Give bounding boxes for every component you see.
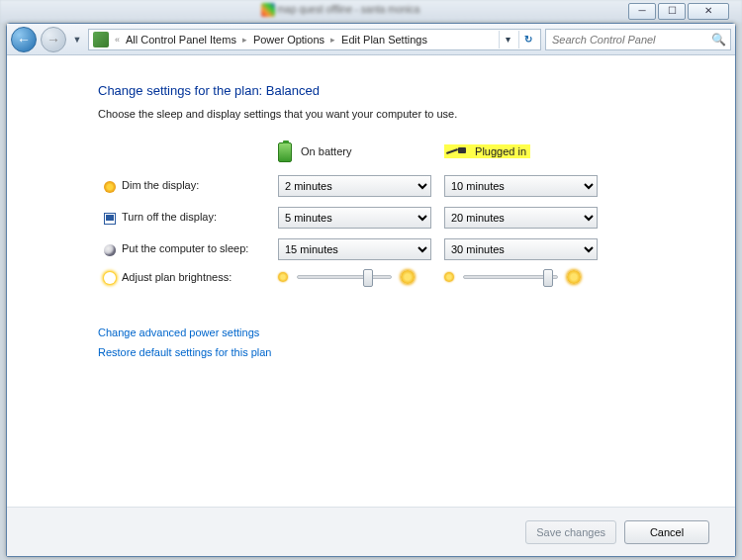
maximize-button[interactable]: ☐	[658, 3, 686, 20]
back-button[interactable]: ←	[11, 27, 37, 52]
link-restore-defaults[interactable]: Restore default settings for this plan	[98, 346, 735, 358]
row-label: Adjust plan brightness:	[122, 271, 232, 283]
content-pane: Change settings for the plan: Balanced C…	[7, 55, 735, 507]
off-battery-combo[interactable]: 5 minutes	[278, 207, 431, 229]
arrow-right-icon: →	[46, 32, 60, 47]
sun-max-icon	[401, 270, 415, 284]
off-plugged-combo[interactable]: 20 minutes	[444, 207, 598, 229]
moon-icon	[104, 244, 116, 256]
display-icon	[104, 213, 116, 225]
address-dropdown-icon[interactable]: ▾	[499, 31, 516, 48]
chevron-right-icon[interactable]: ▸	[328, 35, 337, 45]
footer-bar: Save changes Cancel	[7, 507, 735, 556]
window-caption-buttons: ─ ☐ ✕	[628, 3, 729, 20]
brightness-icon	[104, 272, 116, 284]
refresh-icon[interactable]: ↻	[518, 31, 536, 48]
sleep-plugged-combo[interactable]: 30 minutes	[444, 238, 598, 260]
row-label: Turn off the display:	[122, 211, 217, 223]
explorer-window: ─ ☐ ✕ ← → ▼ « All Control Panel Items ▸ …	[6, 23, 736, 557]
background-tab-favicon	[261, 3, 275, 17]
dim-plugged-combo[interactable]: 10 minutes	[444, 175, 598, 197]
sun-min-icon	[278, 272, 288, 282]
sun-min-icon	[444, 272, 454, 282]
column-header-battery: On battery	[301, 145, 351, 157]
row-dim-display: Dim the display: 2 minutes 10 minutes	[98, 170, 604, 202]
breadcrumb-power-options[interactable]: Power Options	[253, 34, 325, 46]
forward-button[interactable]: →	[41, 27, 66, 52]
search-box[interactable]: 🔍	[545, 29, 731, 50]
breadcrumb-edit-plan[interactable]: Edit Plan Settings	[341, 34, 427, 46]
brightness-plugged-slider[interactable]	[463, 275, 558, 279]
close-button[interactable]: ✕	[688, 3, 729, 20]
dim-icon	[104, 181, 116, 193]
row-brightness: Adjust plan brightness:	[98, 265, 604, 289]
brightness-battery-slider[interactable]	[297, 275, 392, 279]
breadcrumb-overflow-chevron[interactable]: «	[113, 35, 122, 45]
search-input[interactable]	[550, 33, 711, 47]
battery-icon	[278, 142, 292, 162]
chevron-right-icon[interactable]: ▸	[240, 35, 249, 45]
minimize-button[interactable]: ─	[628, 3, 656, 20]
breadcrumb-all-items[interactable]: All Control Panel Items	[126, 34, 236, 46]
column-header-plugged: Plugged in	[475, 145, 526, 157]
cancel-button[interactable]: Cancel	[624, 520, 709, 544]
row-label: Put the computer to sleep:	[122, 242, 248, 254]
dim-battery-combo[interactable]: 2 minutes	[278, 175, 431, 197]
settings-grid: On battery Plugged in Dim the display: 2…	[98, 138, 604, 289]
slider-thumb[interactable]	[363, 269, 373, 287]
row-sleep: Put the computer to sleep: 15 minutes 30…	[98, 233, 604, 265]
arrow-left-icon: ←	[17, 32, 31, 47]
row-label: Dim the display:	[122, 179, 199, 191]
sun-max-icon	[567, 270, 581, 284]
nav-history-dropdown[interactable]: ▼	[70, 27, 84, 52]
navigation-bar: ← → ▼ « All Control Panel Items ▸ Power …	[7, 24, 735, 55]
row-turn-off-display: Turn off the display: 5 minutes 20 minut…	[98, 202, 604, 233]
control-panel-icon	[93, 32, 109, 47]
background-tab-title: map quest offline - santa monica	[277, 4, 419, 15]
plug-icon	[446, 145, 468, 159]
link-advanced-settings[interactable]: Change advanced power settings	[98, 327, 735, 338]
save-button[interactable]: Save changes	[525, 520, 616, 544]
slider-thumb[interactable]	[543, 269, 553, 287]
sleep-battery-combo[interactable]: 15 minutes	[278, 238, 431, 260]
address-bar[interactable]: « All Control Panel Items ▸ Power Option…	[88, 29, 541, 50]
links-section: Change advanced power settings Restore d…	[98, 327, 735, 358]
page-subtitle: Choose the sleep and display settings th…	[98, 108, 735, 120]
search-icon[interactable]: 🔍	[711, 33, 726, 47]
page-title: Change settings for the plan: Balanced	[98, 83, 735, 98]
highlight-plugged-header: Plugged in	[444, 144, 530, 158]
